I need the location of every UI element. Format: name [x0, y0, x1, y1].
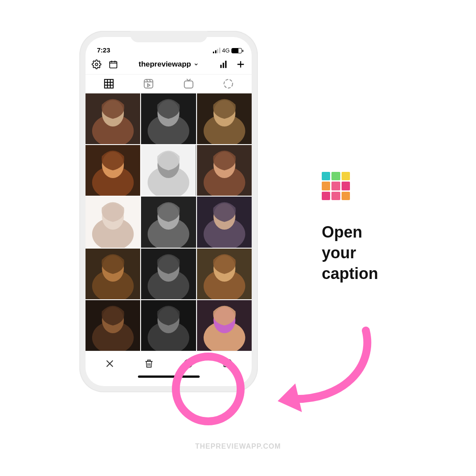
feed-tile[interactable] — [86, 93, 140, 144]
account-switcher[interactable]: thepreviewapp — [138, 60, 198, 69]
watermark: THEPREVIEWAPP.COM — [195, 443, 281, 450]
instruction-panel: Open your caption — [322, 172, 432, 284]
svg-point-13 — [148, 115, 189, 145]
svg-rect-30 — [141, 197, 196, 247]
igtv-tab-icon[interactable] — [183, 78, 194, 89]
svg-point-29 — [102, 204, 124, 230]
app-screen: 7:23 4G thepreviewapp — [86, 37, 252, 386]
svg-point-8 — [224, 79, 233, 88]
svg-point-0 — [95, 63, 98, 66]
feed-tile[interactable] — [86, 300, 140, 351]
feed-tile[interactable] — [197, 300, 252, 351]
svg-rect-9 — [86, 93, 140, 144]
svg-point-16 — [204, 115, 245, 145]
svg-point-28 — [92, 218, 134, 248]
svg-point-35 — [213, 204, 235, 230]
highlight-circle — [172, 353, 245, 425]
svg-rect-5 — [104, 79, 113, 88]
app-toolbar: thepreviewapp — [86, 55, 252, 74]
analytics-icon[interactable] — [219, 60, 229, 69]
svg-rect-2 — [220, 65, 222, 68]
instruction-line-3: caption — [322, 264, 432, 284]
calendar-icon[interactable] — [108, 60, 118, 69]
account-name: thepreviewapp — [138, 60, 191, 69]
svg-point-37 — [92, 269, 134, 299]
svg-point-31 — [148, 218, 189, 248]
svg-point-43 — [204, 269, 245, 299]
battery-icon — [231, 48, 242, 53]
svg-point-49 — [148, 321, 189, 351]
signal-icon — [213, 48, 220, 53]
svg-rect-39 — [141, 249, 196, 299]
svg-rect-45 — [86, 300, 140, 351]
trash-icon[interactable] — [144, 358, 154, 369]
feed-tile[interactable] — [197, 249, 252, 299]
svg-rect-24 — [197, 145, 252, 196]
feed-tile[interactable] — [141, 249, 196, 299]
feed-tile[interactable] — [197, 93, 252, 144]
reels-tab-icon[interactable] — [143, 78, 154, 89]
svg-rect-48 — [141, 300, 196, 351]
feed-tile[interactable] — [86, 145, 140, 196]
status-time: 7:23 — [97, 46, 110, 54]
svg-point-19 — [92, 166, 134, 196]
svg-rect-51 — [197, 300, 252, 351]
feed-tile[interactable] — [141, 145, 196, 196]
svg-point-40 — [148, 269, 189, 299]
feed-grid — [86, 93, 252, 351]
instruction-text: Open your caption — [322, 222, 432, 284]
svg-rect-7 — [184, 81, 193, 88]
svg-point-23 — [158, 152, 180, 178]
svg-point-17 — [213, 100, 235, 126]
svg-rect-18 — [86, 145, 140, 196]
feed-tabs — [86, 74, 252, 93]
svg-rect-42 — [197, 249, 252, 299]
svg-rect-27 — [86, 197, 140, 247]
svg-point-22 — [148, 166, 189, 196]
svg-rect-3 — [223, 63, 224, 68]
close-icon[interactable] — [104, 358, 115, 369]
feed-tile[interactable] — [141, 197, 196, 247]
svg-point-50 — [158, 307, 180, 333]
grid-tab-icon[interactable] — [103, 78, 115, 89]
svg-point-44 — [213, 255, 235, 282]
svg-rect-36 — [86, 249, 140, 299]
svg-point-38 — [102, 255, 124, 282]
svg-rect-6 — [145, 79, 153, 88]
feed-tile[interactable] — [86, 197, 140, 247]
feed-tile[interactable] — [197, 197, 252, 247]
svg-point-32 — [158, 204, 180, 230]
svg-rect-21 — [141, 145, 196, 196]
feed-tile[interactable] — [141, 300, 196, 351]
phone-notch — [130, 31, 207, 42]
feed-tile[interactable] — [197, 145, 252, 196]
feed-tile[interactable] — [86, 249, 140, 299]
svg-point-26 — [213, 152, 235, 178]
svg-rect-1 — [110, 62, 117, 68]
svg-point-25 — [204, 166, 245, 196]
story-tab-icon[interactable] — [223, 78, 234, 89]
add-icon[interactable] — [236, 60, 245, 69]
svg-point-52 — [204, 321, 245, 351]
svg-rect-15 — [197, 93, 252, 144]
svg-point-20 — [102, 152, 124, 178]
settings-icon[interactable] — [92, 60, 101, 69]
feed-tile[interactable] — [141, 93, 196, 144]
svg-point-47 — [102, 307, 124, 333]
svg-rect-12 — [141, 93, 196, 144]
svg-point-14 — [158, 100, 180, 126]
svg-rect-4 — [225, 61, 227, 68]
svg-point-41 — [158, 255, 180, 282]
arrow-annotation — [264, 322, 379, 419]
chevron-down-icon — [193, 62, 199, 67]
phone-mockup: 7:23 4G thepreviewapp — [79, 31, 258, 392]
svg-point-53 — [213, 307, 235, 333]
instruction-line-2: your — [322, 243, 432, 264]
svg-point-11 — [102, 100, 124, 126]
instruction-line-1: Open — [322, 222, 432, 243]
svg-point-10 — [92, 115, 134, 145]
status-network: 4G — [222, 47, 230, 54]
svg-point-34 — [204, 218, 245, 248]
svg-rect-33 — [197, 197, 252, 247]
app-logo — [322, 172, 350, 200]
